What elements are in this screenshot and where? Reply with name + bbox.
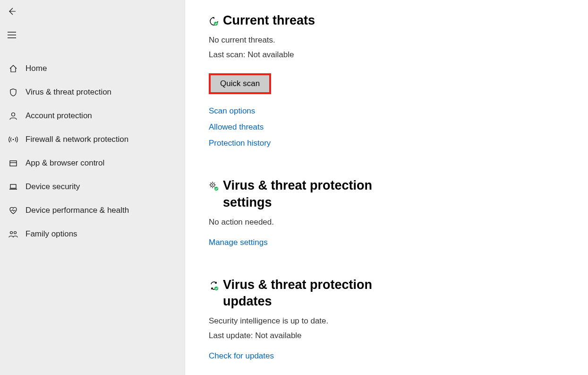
svg-rect-5: [10, 161, 17, 166]
settings-icon: [209, 177, 223, 192]
link-manage-settings[interactable]: Manage settings: [209, 238, 407, 247]
updates-status: Security intelligence is up to date.: [209, 314, 407, 327]
section-current-threats: Current threats No current threats. Last…: [209, 12, 407, 148]
svg-point-4: [13, 139, 14, 140]
section-updates: Virus & threat protection updates Securi…: [209, 277, 407, 361]
sidebar-item-label: Device performance & health: [23, 206, 129, 215]
laptop-icon: [4, 182, 23, 192]
heart-icon: [4, 206, 23, 215]
sidebar-item-family[interactable]: Family options: [0, 222, 185, 246]
sidebar-item-label: Account protection: [23, 111, 92, 121]
home-icon: [4, 64, 23, 73]
section-title: Virus & threat protection updates: [223, 277, 374, 310]
family-icon: [4, 229, 23, 239]
main-content: Current threats No current threats. Last…: [185, 0, 588, 375]
sidebar-item-label: Firewall & network protection: [23, 135, 128, 144]
threats-icon: [209, 12, 223, 26]
sidebar-item-device-security[interactable]: Device security: [0, 175, 185, 199]
back-arrow-icon: [7, 7, 17, 16]
link-protection-history[interactable]: Protection history: [209, 139, 407, 148]
link-check-updates[interactable]: Check for updates: [209, 351, 407, 361]
svg-point-9: [14, 232, 17, 234]
svg-point-13: [214, 187, 218, 191]
link-allowed-threats[interactable]: Allowed threats: [209, 122, 407, 132]
updates-icon: [209, 277, 223, 291]
svg-point-10: [214, 22, 218, 26]
back-button[interactable]: [1, 3, 23, 20]
section-title: Current threats: [223, 12, 315, 29]
menu-button[interactable]: [1, 26, 23, 44]
sidebar-item-app-browser[interactable]: App & browser control: [0, 151, 185, 175]
sidebar-item-firewall[interactable]: Firewall & network protection: [0, 128, 185, 151]
hamburger-icon: [7, 31, 17, 39]
sidebar-item-label: App & browser control: [23, 158, 104, 168]
last-update: Last update: Not available: [209, 329, 407, 342]
sidebar-item-performance[interactable]: Device performance & health: [0, 199, 185, 222]
sidebar-item-label: Home: [23, 64, 47, 73]
svg-point-8: [10, 232, 13, 234]
sidebar-item-label: Family options: [23, 229, 77, 239]
sidebar-item-home[interactable]: Home: [0, 57, 185, 80]
antenna-icon: [4, 135, 23, 144]
settings-status: No action needed.: [209, 216, 407, 228]
svg-point-12: [212, 184, 213, 185]
app-browser-icon: [4, 158, 23, 168]
section-title: Virus & threat protection settings: [223, 177, 374, 210]
svg-point-3: [12, 113, 15, 116]
sidebar-item-virus[interactable]: Virus & threat protection: [0, 80, 185, 104]
sidebar-item-label: Device security: [23, 182, 80, 192]
sidebar-item-account[interactable]: Account protection: [0, 104, 185, 128]
sidebar: Home Virus & threat protection Acco: [0, 0, 185, 375]
section-settings: Virus & threat protection settings No ac…: [209, 177, 407, 247]
svg-point-14: [214, 287, 218, 290]
last-scan: Last scan: Not available: [209, 48, 407, 61]
threats-status: No current threats.: [209, 34, 407, 46]
shield-icon: [4, 87, 23, 97]
svg-rect-7: [10, 184, 16, 188]
quick-scan-button[interactable]: Quick scan: [211, 75, 269, 92]
sidebar-item-label: Virus & threat protection: [23, 87, 111, 97]
person-icon: [4, 111, 23, 121]
nav: Home Virus & threat protection Acco: [0, 57, 185, 246]
link-scan-options[interactable]: Scan options: [209, 106, 407, 116]
